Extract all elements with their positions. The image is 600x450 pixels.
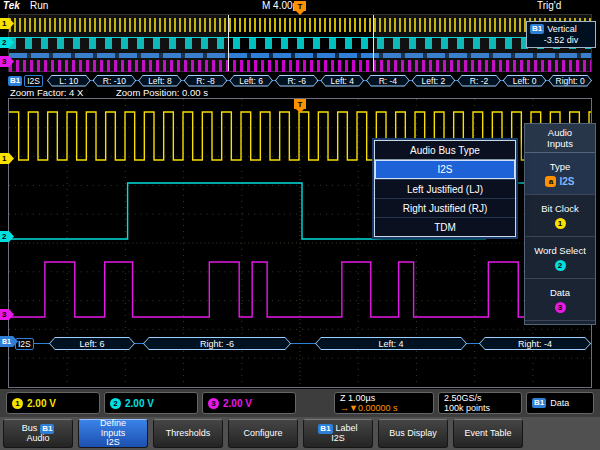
word-select-label: Word Select: [534, 245, 586, 256]
popup-item-tdm[interactable]: TDM: [375, 217, 515, 236]
bit-clock-label: Bit Clock: [541, 203, 578, 214]
ch1-icon: 1: [12, 398, 23, 409]
ch3-icon: 3: [208, 398, 219, 409]
decode-box: R: -2: [457, 75, 501, 87]
popup-item-i2s[interactable]: I2S: [375, 160, 515, 179]
zoom-position-label: Zoom Position: 0.00 s: [116, 87, 208, 98]
menu-button-label[interactable]: B1 Label I2S: [303, 419, 373, 448]
decode-word-box: Right: -6: [143, 337, 291, 350]
menu-button-bus[interactable]: Bus B1 Audio: [3, 419, 73, 448]
bus-badge: B1: [8, 76, 22, 86]
decode-box: Left: 6: [229, 75, 273, 87]
bus-vertical-readout: B1 Vertical -3.52 div: [526, 21, 596, 48]
panel-title: Audio Inputs: [525, 124, 595, 153]
decode-box: Left: 4: [320, 75, 364, 87]
popup-item-right-justified[interactable]: Right Justified (RJ): [375, 198, 515, 217]
ch2-scale-readout: 2 2.00 V: [104, 392, 198, 414]
acquisition-status: Run: [30, 0, 48, 11]
ch2-icon: 2: [110, 398, 121, 409]
decode-box: L: 10: [47, 75, 91, 87]
menu-button-define-inputs[interactable]: Define Inputs I2S: [78, 419, 148, 448]
ch1-source-icon: 1: [555, 218, 566, 229]
decode-box: R: -4: [366, 75, 410, 87]
decode-box: Right: 0: [548, 75, 592, 87]
overview-bus-decode-row: B1 I2S L: 10 R: -10 Left: 8 R: -8 Left: …: [8, 74, 592, 87]
panel-item-word-select[interactable]: Word Select 2: [525, 237, 595, 279]
zoom-info-row: Zoom Factor: 4 X Zoom Position: 0.00 s: [10, 87, 238, 98]
oscilloscope-screen: Tek Run M 4.00µs Trig'd T 1 2 3 B1 Verti…: [0, 0, 600, 450]
ch3-source-icon: 3: [555, 302, 566, 313]
overview-window: [8, 14, 592, 72]
trigger-status: Trig'd: [537, 0, 561, 11]
decode-box: Left: 8: [138, 75, 182, 87]
ch2-source-icon: 2: [555, 260, 566, 271]
ch1-scale-readout: 1 2.00 V: [6, 392, 100, 414]
audio-inputs-panel: Audio Inputs Type a I2S Bit Clock 1 Word…: [524, 123, 596, 325]
decode-word-box: Left: 4: [315, 337, 467, 350]
zoom-region-brackets[interactable]: [228, 15, 374, 71]
bottom-menu-bar: Bus B1 Audio Define Inputs I2S Threshold…: [0, 417, 600, 450]
horizontal-readout: Z 1.00µs →▼0.00000 s: [334, 392, 434, 414]
zoom-factor-label: Zoom Factor: 4 X: [10, 87, 83, 98]
decode-word-box: Right: -4: [479, 337, 591, 350]
vertical-value: -3.52 div: [530, 35, 592, 45]
bus-label: B1 I2S: [8, 75, 43, 87]
tek-logo: Tek: [3, 0, 20, 11]
horizontal-position-readout: →▼0.00000 s: [340, 403, 397, 413]
panel-item-type[interactable]: Type a I2S: [525, 153, 595, 195]
sample-rate: 2.50GS/s: [444, 393, 482, 403]
data-label: Data: [550, 287, 570, 298]
zoom-bus-decode-row: I2S Left: 6 Right: -6 Left: 4 Right: -4: [9, 337, 591, 351]
overview-dim-left: [9, 15, 228, 71]
type-label: Type: [550, 161, 571, 172]
decode-word-box: Left: 6: [49, 337, 135, 350]
audio-bus-type-popup: Audio Bus Type I2S Left Justified (LJ) R…: [374, 140, 516, 237]
bus-type-label: I2S: [24, 75, 43, 87]
decode-box: R: -6: [275, 75, 319, 87]
zoom-scale-readout: Z 1.00µs: [340, 393, 375, 403]
popup-item-left-justified[interactable]: Left Justified (LJ): [375, 179, 515, 198]
status-bar: 1 2.00 V 2 2.00 V 3 2.00 V Z 1.00µs →▼0.…: [0, 389, 600, 417]
record-length: 100k points: [444, 403, 490, 413]
decode-box: R: -8: [184, 75, 228, 87]
popup-title: Audio Bus Type: [375, 141, 515, 160]
menu-button-bus-display[interactable]: Bus Display: [378, 419, 448, 448]
menu-button-thresholds[interactable]: Thresholds: [153, 419, 223, 448]
panel-item-bit-clock[interactable]: Bit Clock 1: [525, 195, 595, 237]
acquisition-readout: 2.50GS/s 100k points: [438, 392, 522, 414]
type-value: I2S: [559, 176, 574, 187]
bus-data-readout: B1 Data: [526, 392, 594, 414]
multipurpose-knob-a-icon: a: [545, 176, 556, 187]
bus-badge: B1: [532, 398, 546, 408]
trigger-position-icon: T: [294, 1, 306, 11]
bus-badge: B1: [530, 24, 544, 34]
ch3-scale-readout: 3 2.00 V: [202, 392, 296, 414]
menu-button-event-table[interactable]: Event Table: [453, 419, 523, 448]
decode-box: Left: 0: [503, 75, 547, 87]
menu-button-configure[interactable]: Configure: [228, 419, 298, 448]
decode-box: R: -10: [93, 75, 137, 87]
bus-type-label: I2S: [15, 338, 34, 350]
vertical-label: Vertical: [547, 24, 577, 34]
panel-item-data[interactable]: Data 3: [525, 279, 595, 321]
decode-box: Left: 2: [412, 75, 456, 87]
trigger-position-icon: T: [294, 99, 306, 109]
